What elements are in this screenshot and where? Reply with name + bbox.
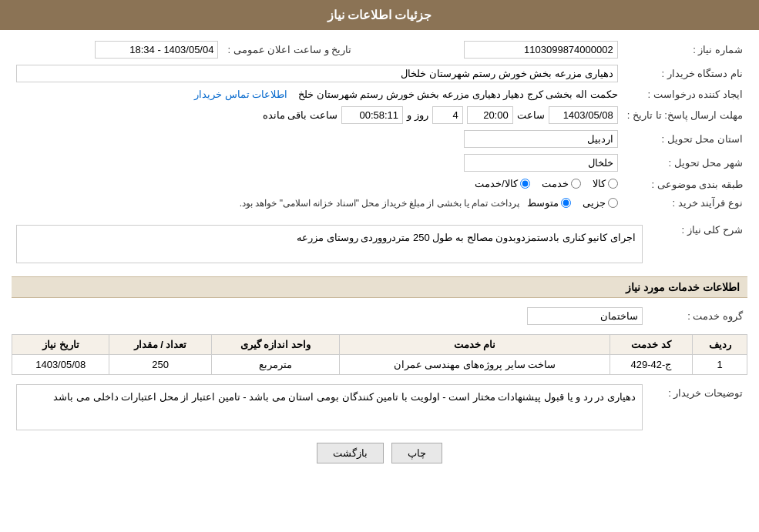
- contact-link[interactable]: اطلاعات تماس خریدار: [194, 89, 287, 100]
- creator-text: حکمت اله بخشی کرج دهیار دهیاری مزرعه بخش…: [298, 89, 618, 100]
- announce-label: تاریخ و ساعت اعلان عمومی :: [223, 38, 361, 62]
- services-table-head: ردیف کد خدمت نام خدمت واحد اندازه گیری ت…: [12, 335, 747, 355]
- process-label: نوع فرآیند خرید :: [623, 194, 747, 212]
- deadline-timer: 1403/05/08 ساعت 20:00 4 روز و 00:58:11 س…: [16, 106, 618, 124]
- services-section-title: اطلاعات خدمات مورد نیاز: [12, 276, 747, 298]
- services-table-body: 1ج-42-429ساخت سایر پروژه‌های مهندسی عمرا…: [12, 355, 747, 375]
- cell-date: 1403/05/08: [12, 355, 109, 375]
- info-table: شماره نیاز : 1103099874000002 تاریخ و سا…: [12, 38, 747, 212]
- need-number-row: شماره نیاز : 1103099874000002 تاریخ و سا…: [12, 38, 747, 62]
- deadline-days-label: روز و: [407, 109, 428, 121]
- back-button[interactable]: بازگشت: [317, 443, 384, 463]
- process-radio-group: جزیی متوسط: [527, 197, 618, 209]
- creator-value: حکمت اله بخشی کرج دهیار دهیاری مزرعه بخش…: [12, 85, 623, 103]
- cell-code: ج-42-429: [610, 355, 693, 375]
- deadline-time-label: ساعت: [517, 109, 545, 121]
- cell-name: ساخت سایر پروژه‌های مهندسی عمران: [340, 355, 610, 375]
- province-display: اردبیل: [464, 130, 618, 148]
- process-container: جزیی متوسط پرداخت تمام یا بخشی از مبلغ خ…: [16, 197, 618, 209]
- comments-box: دهیاری در رد و یا قبول پیشنهادات مختار ا…: [16, 384, 643, 430]
- province-row: استان محل تحویل : اردبیل: [12, 127, 747, 151]
- process-notice: پرداخت تمام یا بخشی از مبلغ خریداز محل "…: [240, 198, 519, 209]
- deadline-value: 1403/05/08 ساعت 20:00 4 روز و 00:58:11 س…: [12, 103, 623, 127]
- service-group-row: گروه خدمت : ساختمان: [12, 304, 747, 328]
- print-button[interactable]: چاپ: [391, 443, 442, 463]
- process-mottaset-option: متوسط: [527, 197, 571, 209]
- service-group-value: ساختمان: [12, 304, 647, 328]
- deadline-label: مهلت ارسال پاسخ: تا تاریخ :: [623, 103, 747, 127]
- comments-table: توضیحات خریدار : دهیاری در رد و یا قبول …: [12, 381, 747, 433]
- category-row: طبقه بندی موضوعی : کالا خدمت: [12, 175, 747, 194]
- description-value-cell: اجرای کانیو کناری بادستمزدوبدون مصالح به…: [12, 218, 647, 270]
- description-label: شرح کلی نیاز :: [647, 218, 747, 270]
- cell-qty: 250: [109, 355, 211, 375]
- col-row: ردیف: [693, 335, 747, 355]
- process-row: نوع فرآیند خرید : جزیی متوسط: [12, 194, 747, 212]
- category-khedmat-radio[interactable]: [571, 179, 581, 189]
- province-value: اردبیل: [12, 127, 623, 151]
- deadline-date-display: 1403/05/08: [549, 106, 618, 124]
- comments-value-cell: دهیاری در رد و یا قبول پیشنهادات مختار ا…: [12, 381, 647, 433]
- deadline-remaining-label: ساعت باقی مانده: [263, 109, 338, 121]
- service-group-label: گروه خدمت :: [647, 304, 747, 328]
- category-kala-radio[interactable]: [608, 179, 618, 189]
- col-qty: تعداد / مقدار: [109, 335, 211, 355]
- city-value: خلخال: [12, 151, 623, 175]
- buyer-label: نام دستگاه خریدار :: [623, 62, 747, 85]
- category-value: کالا خدمت کالا/خدمت: [12, 175, 623, 194]
- page-content: شماره نیاز : 1103099874000002 تاریخ و سا…: [0, 30, 759, 480]
- buttons-row: چاپ بازگشت: [12, 443, 747, 463]
- table-row: 1ج-42-429ساخت سایر پروژه‌های مهندسی عمرا…: [12, 355, 747, 375]
- services-table-header-row: ردیف کد خدمت نام خدمت واحد اندازه گیری ت…: [12, 335, 747, 355]
- category-khedmat-label: خدمت: [542, 178, 569, 189]
- process-jozvi-label: جزیی: [583, 197, 606, 209]
- deadline-remaining-display: 00:58:11: [341, 106, 403, 124]
- col-name: نام خدمت: [340, 335, 610, 355]
- buyer-row: نام دستگاه خریدار : دهیاری مزرعه بخش خور…: [12, 62, 747, 85]
- process-jozvi-option: جزیی: [583, 197, 618, 209]
- description-box: اجرای کانیو کناری بادستمزدوبدون مصالح به…: [16, 225, 643, 263]
- category-label: طبقه بندی موضوعی :: [623, 175, 747, 194]
- cell-unit: مترمربع: [211, 355, 340, 375]
- process-mottaset-label: متوسط: [527, 197, 559, 209]
- creator-row: ایجاد کننده درخواست : حکمت اله بخشی کرج …: [12, 85, 747, 103]
- city-row: شهر محل تحویل : خلخال: [12, 151, 747, 175]
- services-table: ردیف کد خدمت نام خدمت واحد اندازه گیری ت…: [12, 334, 747, 375]
- deadline-time-display: 20:00: [467, 106, 513, 124]
- page-title: جزئیات اطلاعات نیاز: [327, 8, 432, 22]
- comments-label: توضیحات خریدار :: [647, 381, 747, 433]
- process-jozvi-radio[interactable]: [608, 198, 618, 208]
- process-mottaset-radio[interactable]: [561, 198, 571, 208]
- category-kala-khedmat-label: کالا/خدمت: [475, 178, 518, 189]
- page-header: جزئیات اطلاعات نیاز: [0, 0, 759, 30]
- buyer-display: دهیاری مزرعه بخش خورش رستم شهرستان خلخال: [16, 65, 618, 82]
- creator-label: ایجاد کننده درخواست :: [623, 85, 747, 103]
- description-table: شرح کلی نیاز : اجرای کانیو کناری بادستمز…: [12, 218, 747, 270]
- need-number-display: 1103099874000002: [464, 41, 618, 59]
- service-group-table: گروه خدمت : ساختمان: [12, 304, 747, 328]
- category-kala-khedmat-radio[interactable]: [520, 179, 530, 189]
- col-date: تاریخ نیاز: [12, 335, 109, 355]
- category-radio-group: کالا خدمت کالا/خدمت: [475, 178, 618, 189]
- col-unit: واحد اندازه گیری: [211, 335, 340, 355]
- description-row: شرح کلی نیاز : اجرای کانیو کناری بادستمز…: [12, 218, 747, 270]
- announce-display: 1403/05/04 - 18:34: [95, 41, 218, 59]
- need-number-value: 1103099874000002: [361, 38, 622, 62]
- cell-row: 1: [693, 355, 747, 375]
- comments-row: توضیحات خریدار : دهیاری در رد و یا قبول …: [12, 381, 747, 433]
- category-kala-khedmat-option: کالا/خدمت: [475, 178, 530, 189]
- deadline-days-display: 4: [432, 106, 463, 124]
- deadline-row: مهلت ارسال پاسخ: تا تاریخ : 1403/05/08 س…: [12, 103, 747, 127]
- buyer-value: دهیاری مزرعه بخش خورش رستم شهرستان خلخال: [12, 62, 623, 85]
- category-kala-option: کالا: [593, 178, 618, 189]
- col-code: کد خدمت: [610, 335, 693, 355]
- province-label: استان محل تحویل :: [623, 127, 747, 151]
- page-wrapper: جزئیات اطلاعات نیاز شماره نیاز : 1103099…: [0, 0, 759, 532]
- city-label: شهر محل تحویل :: [623, 151, 747, 175]
- need-number-label: شماره نیاز :: [623, 38, 747, 62]
- category-khedmat-option: خدمت: [542, 178, 581, 189]
- process-value: جزیی متوسط پرداخت تمام یا بخشی از مبلغ خ…: [12, 194, 623, 212]
- category-kala-label: کالا: [593, 178, 606, 189]
- city-display: خلخال: [464, 154, 618, 172]
- announce-value: 1403/05/04 - 18:34: [12, 38, 223, 62]
